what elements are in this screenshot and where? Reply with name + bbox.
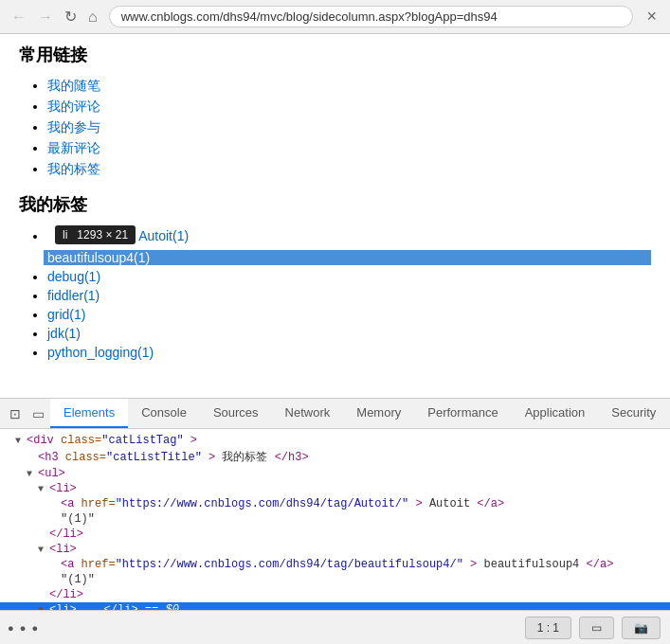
tags-list: li 1293 × 21 Autoit(1) beautifulsoup4(1)… bbox=[19, 227, 651, 360]
toggle-arrow[interactable]: ▼ bbox=[27, 469, 38, 479]
list-item: jdk(1) bbox=[47, 326, 651, 341]
link-评论[interactable]: 我的评论 bbox=[47, 98, 100, 114]
list-item: python_logging(1) bbox=[47, 345, 651, 360]
html-content: </li> bbox=[49, 588, 83, 601]
tab-application-label: Application bbox=[525, 405, 586, 420]
html-content: </li> bbox=[49, 528, 83, 541]
toggle-arrow bbox=[49, 499, 61, 510]
tag-autoit[interactable]: Autoit(1) bbox=[138, 228, 189, 243]
bottom-left-indicator: ● ● ● bbox=[8, 622, 38, 634]
html-content: <li> bbox=[49, 543, 77, 556]
tab-console[interactable]: Console bbox=[128, 399, 200, 428]
list-item: 我的参与 bbox=[47, 119, 651, 136]
url-text: www.cnblogs.com/dhs94/mvc/blog/sidecolum… bbox=[121, 9, 498, 24]
tooltip-box: li 1293 × 21 bbox=[55, 225, 136, 244]
list-item: 我的评论 bbox=[47, 98, 651, 116]
tab-security[interactable]: Security bbox=[598, 399, 666, 428]
html-content: <li> bbox=[49, 482, 77, 495]
tag-fiddler[interactable]: fiddler(1) bbox=[47, 288, 100, 303]
tab-elements[interactable]: Elements bbox=[50, 399, 128, 428]
tab-network-label: Network bbox=[285, 405, 331, 420]
common-links-list: 我的随笔 我的评论 我的参与 最新评论 我的标签 bbox=[19, 78, 651, 178]
tab-sources[interactable]: Sources bbox=[200, 399, 272, 428]
tag-python-logging[interactable]: python_logging(1) bbox=[47, 345, 154, 360]
tooltip-tag: li bbox=[63, 228, 67, 242]
tag-grid[interactable]: grid(1) bbox=[47, 307, 85, 322]
toggle-arrow bbox=[49, 560, 61, 570]
tree-line[interactable]: "(1)" bbox=[0, 572, 670, 587]
tooltip-dimensions: 1293 × 21 bbox=[77, 228, 128, 242]
tab-application[interactable]: Application bbox=[512, 399, 599, 428]
devtools-html-tree: ▼ <div class="catListTag" > <h3 class="c… bbox=[0, 429, 670, 611]
devtools-tabs: Elements Console Sources Network Memory … bbox=[50, 399, 666, 428]
tree-line[interactable]: <a href="https://www.cnblogs.com/dhs94/t… bbox=[0, 557, 670, 572]
toggle-arrow[interactable]: ▼ bbox=[15, 436, 27, 446]
toggle-arrow bbox=[27, 452, 38, 462]
link-标签[interactable]: 我的标签 bbox=[47, 161, 100, 176]
devtools-panel: ⊡ ▭ Elements Console Sources Network Mem… bbox=[0, 398, 670, 644]
html-content: <a href="https://www.cnblogs.com/dhs94/t… bbox=[61, 558, 613, 571]
nav-buttons: ← → ↻ ⌂ bbox=[8, 6, 101, 27]
list-item: li 1293 × 21 Autoit(1) bbox=[47, 227, 651, 246]
list-item-highlighted: beautifulsoup4(1) bbox=[44, 250, 651, 265]
tree-line[interactable]: </li> bbox=[0, 527, 670, 542]
html-content: "(1)" bbox=[61, 512, 95, 526]
tab-performance[interactable]: Performance bbox=[414, 399, 511, 428]
tag-beautifulsoup4[interactable]: beautifulsoup4(1) bbox=[47, 250, 150, 265]
ratio-button[interactable]: 1 : 1 bbox=[525, 617, 571, 639]
toggle-arrow bbox=[49, 514, 61, 525]
tree-line[interactable]: <a href="https://www.cnblogs.com/dhs94/t… bbox=[0, 496, 670, 511]
address-bar[interactable]: www.cnblogs.com/dhs94/mvc/blog/sidecolum… bbox=[109, 6, 634, 27]
tab-memory[interactable]: Memory bbox=[343, 399, 414, 428]
section2-title: 我的标签 bbox=[19, 193, 651, 216]
tab-security-label: Security bbox=[611, 405, 656, 420]
forward-button[interactable]: → bbox=[34, 7, 57, 27]
toggle-arrow[interactable]: ▼ bbox=[38, 545, 49, 555]
tree-line[interactable]: ▼ <li> bbox=[0, 542, 670, 557]
tab-network[interactable]: Network bbox=[272, 399, 344, 428]
fit-screen-button[interactable]: ▭ bbox=[579, 617, 614, 639]
close-button[interactable]: × bbox=[641, 5, 662, 28]
tree-line[interactable]: ▼ <div class="catListTag" > bbox=[0, 433, 670, 448]
link-最新评论[interactable]: 最新评论 bbox=[47, 140, 100, 155]
home-button[interactable]: ⌂ bbox=[84, 7, 101, 27]
tab-memory-label: Memory bbox=[356, 405, 401, 420]
list-item: 我的随笔 bbox=[47, 78, 651, 95]
tree-line[interactable]: <h3 class="catListTitle" > 我的标签 </h3> bbox=[0, 448, 670, 466]
tag-jdk[interactable]: jdk(1) bbox=[47, 326, 81, 341]
devtools-bottom-bar: ● ● ● 1 : 1 ▭ 📷 bbox=[0, 610, 670, 644]
refresh-button[interactable]: ↻ bbox=[61, 6, 81, 27]
toggle-arrow bbox=[38, 529, 49, 540]
tab-sources-label: Sources bbox=[213, 405, 259, 420]
tag-debug[interactable]: debug(1) bbox=[47, 269, 100, 284]
device-mode-button[interactable]: ▭ bbox=[27, 402, 50, 425]
tab-elements-label: Elements bbox=[63, 405, 115, 420]
page-content: 常用链接 我的随笔 我的评论 我的参与 最新评论 我的标签 我的标签 li 12… bbox=[0, 34, 670, 436]
devtools-toolbar: ⊡ ▭ Elements Console Sources Network Mem… bbox=[0, 399, 670, 429]
toggle-arrow bbox=[38, 590, 49, 600]
list-item: 最新评论 bbox=[47, 140, 651, 157]
section1-title: 常用链接 bbox=[19, 44, 651, 66]
capture-button[interactable]: 📷 bbox=[622, 617, 661, 639]
list-item: fiddler(1) bbox=[47, 288, 651, 303]
tab-console-label: Console bbox=[141, 405, 187, 420]
list-item: grid(1) bbox=[47, 307, 651, 322]
link-参与[interactable]: 我的参与 bbox=[47, 119, 100, 134]
list-item: debug(1) bbox=[47, 269, 651, 284]
tab-performance-label: Performance bbox=[427, 405, 498, 420]
browser-chrome: ← → ↻ ⌂ www.cnblogs.com/dhs94/mvc/blog/s… bbox=[0, 0, 670, 34]
toggle-arrow bbox=[49, 575, 61, 585]
list-item: 我的标签 bbox=[47, 161, 651, 178]
tree-line[interactable]: </li> bbox=[0, 587, 670, 602]
html-content: <h3 class="catListTitle" > 我的标签 </h3> bbox=[38, 449, 309, 465]
inspect-element-button[interactable]: ⊡ bbox=[4, 402, 27, 425]
back-button[interactable]: ← bbox=[8, 7, 30, 27]
tree-line[interactable]: ▼ <ul> bbox=[0, 466, 670, 481]
tree-line[interactable]: "(1)" bbox=[0, 511, 670, 527]
html-content: <div class="catListTag" > bbox=[27, 434, 197, 447]
html-content: "(1)" bbox=[61, 573, 95, 586]
link-随笔[interactable]: 我的随笔 bbox=[47, 78, 100, 93]
html-content: <ul> bbox=[38, 467, 65, 480]
toggle-arrow[interactable]: ▼ bbox=[38, 484, 49, 494]
tree-line[interactable]: ▼ <li> bbox=[0, 481, 670, 496]
